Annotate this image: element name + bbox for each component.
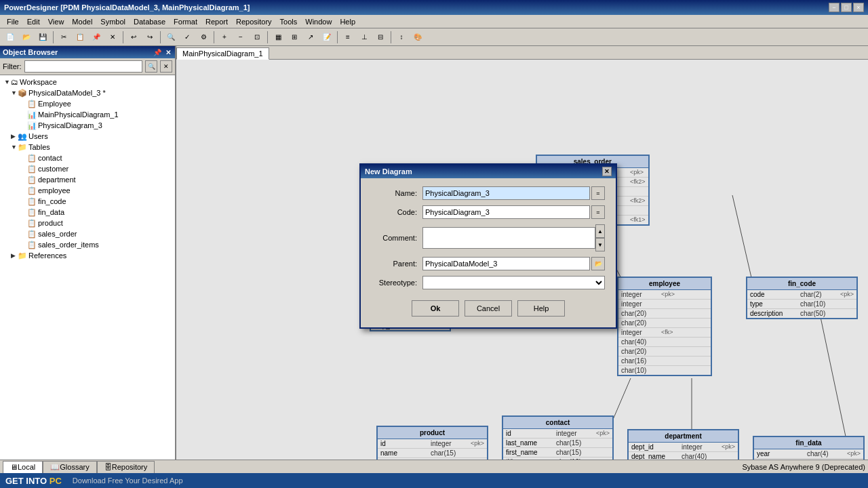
name-row: Name: =: [372, 186, 605, 200]
menu-window[interactable]: Window: [301, 16, 336, 27]
filter-clear-button[interactable]: ✕: [160, 60, 172, 73]
close-button[interactable]: ×: [853, 3, 864, 12]
menu-help[interactable]: Help: [336, 16, 359, 27]
tree-item-users[interactable]: ▶ 👥 Users: [1, 131, 174, 142]
menu-edit[interactable]: Edit: [23, 16, 44, 27]
tb-save[interactable]: 💾: [35, 30, 50, 45]
menu-symbol[interactable]: Symbol: [96, 16, 130, 27]
filter-search-button[interactable]: 🔍: [145, 60, 157, 73]
comment-input[interactable]: [422, 227, 595, 249]
tb-find[interactable]: 🔍: [163, 30, 178, 45]
tb-copy[interactable]: 📋: [73, 30, 87, 45]
cancel-button[interactable]: Cancel: [465, 300, 512, 317]
expand-tables[interactable]: ▼: [11, 144, 18, 150]
dialog-buttons: Ok Cancel Help: [372, 295, 605, 319]
tb-open[interactable]: 📂: [19, 30, 34, 45]
tb-center[interactable]: ⊥: [357, 30, 372, 45]
code-label: Code:: [372, 208, 422, 216]
tree-item-customer[interactable]: 📋 customer: [1, 163, 174, 174]
ok-button[interactable]: Ok: [412, 300, 459, 317]
tb-zoom-out[interactable]: −: [233, 30, 248, 45]
tree-item-model[interactable]: ▼ 📦 PhysicalDataModel_3 *: [1, 87, 174, 98]
tree-item-fin-data[interactable]: 📋 fin_data: [1, 207, 174, 218]
expand-workspace[interactable]: ▼: [4, 79, 11, 85]
minimize-button[interactable]: −: [829, 3, 840, 12]
dialog-title: New Diagram: [365, 167, 412, 176]
menu-format[interactable]: Format: [170, 16, 201, 27]
tb-paste[interactable]: 📌: [89, 30, 104, 45]
menu-report[interactable]: Report: [201, 16, 232, 27]
expand-model[interactable]: ▼: [11, 89, 18, 96]
menu-model[interactable]: Model: [68, 16, 96, 27]
expand-users[interactable]: ▶: [11, 133, 18, 140]
tree-item-employee-tbl[interactable]: 📋 employee: [1, 185, 174, 196]
tb-undo[interactable]: ↩: [126, 30, 141, 45]
diagram-tab-main[interactable]: MainPhysicalDiagram_1: [176, 47, 269, 60]
name-equals-button[interactable]: =: [591, 186, 605, 200]
tree-item-department[interactable]: 📋 department: [1, 174, 174, 185]
tb-gen[interactable]: ⚙: [196, 30, 211, 45]
tb-dist[interactable]: ⊟: [373, 30, 388, 45]
tb-delete[interactable]: ✕: [105, 30, 120, 45]
stereotype-row: Stereotype:: [372, 276, 605, 289]
menu-database[interactable]: Database: [130, 16, 170, 27]
tree-item-contact[interactable]: 📋 contact: [1, 152, 174, 163]
tree-item-employee[interactable]: 📋 Employee: [1, 98, 174, 109]
tree-item-fin-code[interactable]: 📋 fin_code: [1, 196, 174, 207]
menu-file[interactable]: File: [3, 16, 23, 27]
status-tab-local[interactable]: 🖥 Local: [3, 461, 43, 473]
parent-browse-button[interactable]: 📂: [591, 257, 605, 270]
tree-item-workspace[interactable]: ▼ 🗂 Workspace: [1, 77, 174, 87]
menu-repository[interactable]: Repository: [232, 16, 276, 27]
comment-scroll-down[interactable]: ▼: [595, 238, 605, 251]
users-icon: 👥: [18, 132, 27, 141]
dialog-close-button[interactable]: ✕: [602, 167, 612, 176]
tb-ref[interactable]: ↗: [303, 30, 318, 45]
comment-input-wrap: [422, 227, 595, 249]
filter-bar: Filter: 🔍 ✕: [0, 58, 175, 75]
tb-table[interactable]: ▦: [271, 30, 285, 45]
panel-pin-button[interactable]: 📌: [152, 49, 163, 56]
tb-arrow[interactable]: ↕: [394, 30, 409, 45]
tb-view[interactable]: ⊞: [287, 30, 302, 45]
employee-tbl-label: employee: [38, 186, 71, 195]
diagram-canvas[interactable]: sales_order id integer <pk> cust_id inte…: [176, 60, 868, 460]
status-tab-repository[interactable]: 🗄 Repository: [97, 461, 155, 473]
status-tab-glossary[interactable]: 📖 Glossary: [43, 461, 96, 473]
tree-item-maindiagram[interactable]: 📊 MainPhysicalDiagram_1: [1, 109, 174, 120]
fin-code-icon: 📋: [27, 197, 37, 206]
code-input[interactable]: [422, 205, 590, 219]
tb-sep6: [337, 31, 338, 43]
code-equals-button[interactable]: =: [591, 205, 605, 219]
tb-align[interactable]: ≡: [340, 30, 355, 45]
tb-new[interactable]: 📄: [3, 30, 18, 45]
tree-item-sales-order-items[interactable]: 📋 sales_order_items: [1, 239, 174, 250]
tree-item-tables[interactable]: ▼ 📁 Tables: [1, 142, 174, 152]
tb-cut[interactable]: ✂: [56, 30, 71, 45]
tb-color[interactable]: 🎨: [410, 30, 425, 45]
maximize-button[interactable]: □: [841, 3, 852, 12]
tb-fit[interactable]: ⊡: [250, 30, 264, 45]
tree-item-product[interactable]: 📋 product: [1, 218, 174, 228]
tb-zoom-in[interactable]: +: [217, 30, 232, 45]
tb-sep7: [391, 31, 391, 43]
help-button[interactable]: Help: [517, 300, 565, 317]
menu-tools[interactable]: Tools: [276, 16, 302, 27]
stereotype-select[interactable]: [422, 276, 605, 289]
comment-scroll-up[interactable]: ▲: [595, 224, 605, 238]
tree-item-sales-order[interactable]: 📋 sales_order: [1, 228, 174, 239]
parent-input[interactable]: [422, 257, 590, 270]
tb-note[interactable]: 📝: [319, 30, 334, 45]
tb-redo[interactable]: ↪: [142, 30, 157, 45]
name-input[interactable]: [422, 186, 590, 200]
comment-row: Comment: ▲ ▼: [372, 224, 605, 251]
panel-controls: 📌 ✕: [152, 49, 172, 56]
tree-view: ▼ 🗂 Workspace ▼ 📦 PhysicalDataModel_3 * …: [0, 75, 175, 460]
menu-view[interactable]: View: [44, 16, 68, 27]
expand-references[interactable]: ▶: [11, 252, 18, 259]
panel-close-button[interactable]: ✕: [164, 49, 172, 56]
tree-item-references[interactable]: ▶ 📁 References: [1, 250, 174, 261]
tb-check[interactable]: ✓: [180, 30, 195, 45]
filter-input[interactable]: [24, 60, 143, 73]
tree-item-physdiagram3[interactable]: 📊 PhysicalDiagram_3: [1, 120, 174, 131]
